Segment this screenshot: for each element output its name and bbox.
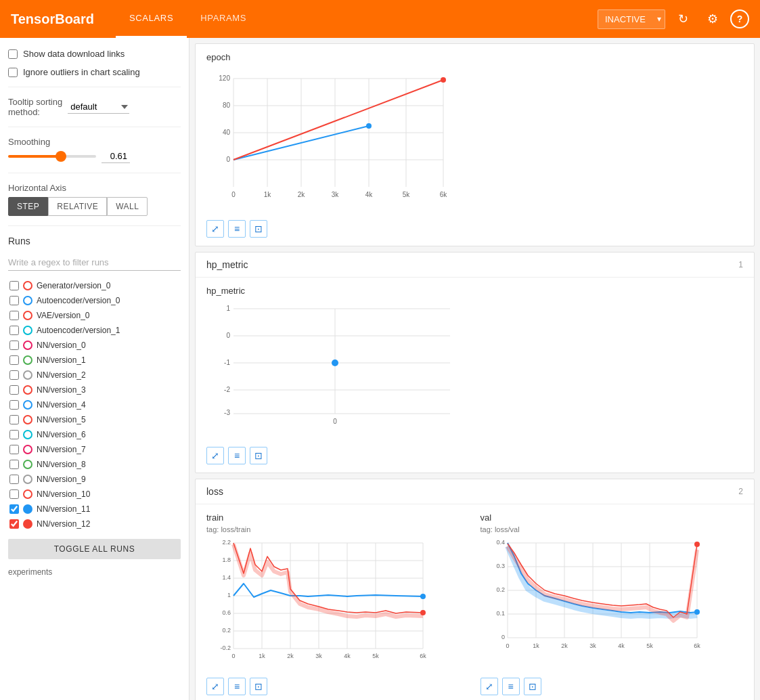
run-name-label: NN/version_12	[37, 519, 90, 529]
haxis-relative-button[interactable]: RELATIVE	[48, 197, 107, 216]
list-item: NN/version_8	[8, 458, 181, 471]
list-item: NN/version_7	[8, 443, 181, 456]
svg-text:-0.2: -0.2	[220, 644, 231, 651]
hp-metric-lines-button[interactable]: ≡	[228, 447, 246, 464]
smoothing-slider[interactable]	[8, 155, 96, 158]
run-color-circle	[23, 430, 32, 439]
run-checkbox[interactable]	[9, 341, 19, 350]
run-name-label: NN/version_9	[37, 475, 86, 484]
tab-scalars[interactable]: SCALARS	[116, 0, 187, 38]
svg-text:0.2: 0.2	[496, 586, 505, 593]
val-loss-zoom-button[interactable]: ⤢	[480, 678, 498, 695]
val-loss-fit-button[interactable]: ⊡	[524, 678, 541, 695]
smoothing-label: Smoothing	[8, 137, 181, 147]
epoch-chart-container: 0 40 80 120 0 1k 2k 3k 4k 5k 6k	[206, 65, 743, 216]
haxis-section: Horizontal Axis STEP RELATIVE WALL	[8, 183, 181, 216]
run-checkbox[interactable]	[9, 489, 19, 499]
val-loss-item: val tag: loss/val	[480, 512, 744, 695]
hp-metric-fit-button[interactable]: ⊡	[250, 447, 267, 464]
run-name-label: NN/version_0	[37, 341, 86, 350]
smoothing-value-input[interactable]: 0.61	[102, 150, 130, 163]
topnav-tabs: SCALARS HPARAMS	[116, 0, 260, 38]
tooltip-sorting-row: Tooltip sortingmethod: default ascending…	[8, 97, 181, 117]
show-download-links-checkbox[interactable]	[8, 49, 18, 59]
svg-text:4k: 4k	[365, 191, 374, 198]
svg-text:4k: 4k	[344, 653, 351, 659]
run-name-label: NN/version_5	[37, 415, 86, 424]
train-loss-fit-button[interactable]: ⊡	[250, 678, 267, 695]
train-loss-title: train	[206, 512, 470, 523]
svg-point-92	[694, 542, 700, 547]
run-checkbox[interactable]	[9, 281, 19, 290]
run-checkbox[interactable]	[9, 326, 19, 335]
list-item: NN/version_12	[8, 517, 181, 531]
svg-text:0: 0	[501, 634, 504, 640]
train-loss-zoom-button[interactable]: ⤢	[206, 678, 224, 695]
svg-text:-2: -2	[224, 386, 230, 393]
ignore-outliers-checkbox[interactable]	[8, 68, 18, 77]
svg-text:1.8: 1.8	[222, 556, 231, 563]
run-checkbox[interactable]	[9, 475, 19, 484]
run-name-label: Autoencoder/version_1	[37, 326, 120, 335]
run-checkbox[interactable]	[9, 370, 19, 380]
status-select[interactable]: INACTIVE ACTIVE	[598, 9, 665, 29]
list-item: NN/version_10	[8, 487, 181, 501]
run-color-circle	[23, 385, 32, 395]
svg-text:3k: 3k	[332, 191, 340, 198]
svg-text:0: 0	[226, 156, 230, 163]
val-loss-svg: 0.4 0.3 0.2 0.1 0 0 1k 2k 3k 4k	[480, 536, 704, 672]
hp-metric-chart-svg: 1 0 -1 -2 -3 0	[206, 299, 450, 441]
run-color-circle	[23, 370, 32, 380]
haxis-wall-button[interactable]: WALL	[107, 197, 148, 216]
run-checkbox[interactable]	[9, 415, 19, 424]
svg-text:0: 0	[231, 653, 235, 659]
tooltip-sorting-label: Tooltip sortingmethod:	[8, 97, 62, 117]
run-name-label: NN/version_6	[37, 430, 86, 439]
svg-text:2k: 2k	[287, 653, 294, 659]
tooltip-sorting-select[interactable]: default ascending descending nearest	[68, 100, 129, 114]
settings-button[interactable]: ⚙	[700, 7, 725, 31]
svg-text:3k: 3k	[589, 642, 596, 649]
run-color-circle	[23, 311, 32, 320]
haxis-step-button[interactable]: STEP	[8, 197, 48, 216]
val-loss-lines-button[interactable]: ≡	[502, 678, 520, 695]
svg-text:120: 120	[219, 74, 230, 82]
run-checkbox[interactable]	[9, 355, 19, 365]
list-item: NN/version_2	[8, 368, 181, 382]
run-name-label: VAE/version_0	[37, 311, 90, 320]
help-button[interactable]: ?	[730, 9, 749, 28]
run-checkbox[interactable]	[9, 311, 19, 320]
run-checkbox[interactable]	[9, 385, 19, 395]
run-checkbox[interactable]	[9, 504, 19, 514]
runs-filter-input[interactable]	[8, 255, 181, 271]
run-color-circle	[23, 504, 32, 514]
smoothing-section: Smoothing 0.61	[8, 137, 181, 163]
list-item: NN/version_1	[8, 353, 181, 367]
run-checkbox[interactable]	[9, 445, 19, 454]
run-color-circle	[23, 460, 32, 469]
refresh-button[interactable]: ↻	[671, 7, 695, 31]
epoch-zoom-button[interactable]: ⤢	[206, 220, 224, 238]
tab-hparams[interactable]: HPARAMS	[187, 0, 260, 38]
epoch-section: epoch	[195, 43, 755, 246]
list-item: NN/version_9	[8, 473, 181, 486]
run-list: Generator/version_0Autoencoder/version_0…	[8, 279, 181, 531]
run-checkbox[interactable]	[9, 430, 19, 439]
run-checkbox[interactable]	[9, 460, 19, 469]
list-item: NN/version_11	[8, 502, 181, 516]
hp-metric-zoom-button[interactable]: ⤢	[206, 447, 224, 464]
epoch-lines-button[interactable]: ≡	[228, 220, 246, 238]
train-loss-lines-button[interactable]: ≡	[228, 678, 246, 695]
haxis-buttons: STEP RELATIVE WALL	[8, 197, 181, 216]
svg-text:0.3: 0.3	[496, 563, 505, 569]
epoch-fit-button[interactable]: ⊡	[250, 220, 267, 238]
show-download-links-row: Show data download links	[8, 49, 181, 59]
run-checkbox[interactable]	[9, 296, 19, 305]
list-item: NN/version_5	[8, 413, 181, 426]
run-checkbox[interactable]	[9, 519, 19, 529]
hp-metric-section-number: 1	[738, 260, 743, 269]
run-checkbox[interactable]	[9, 400, 19, 410]
hp-metric-section: hp_metric 1 hp_metric	[195, 252, 755, 473]
toggle-all-runs-button[interactable]: TOGGLE ALL RUNS	[8, 539, 181, 559]
run-color-circle	[23, 415, 32, 424]
